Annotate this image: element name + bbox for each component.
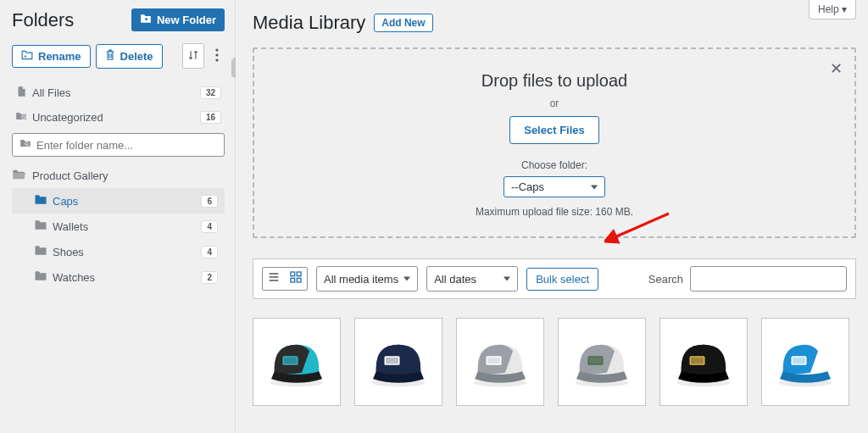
cap-image-icon [767,332,843,391]
svg-rect-20 [589,358,602,364]
folder-search[interactable] [12,133,225,157]
choose-folder-label: Choose folder: [263,159,846,171]
uncategorized-item[interactable]: Uncategorized 16 [12,105,225,130]
trash-icon [105,49,115,64]
svg-rect-17 [487,358,500,364]
svg-rect-5 [291,272,295,276]
svg-rect-14 [386,358,398,364]
dropzone-or: or [263,97,846,109]
plus-folder-icon [140,14,152,26]
new-folder-label: New Folder [157,14,216,26]
sidebar-title: Folders [12,9,74,31]
sidebar-item-watches[interactable]: Watches 2 [12,264,225,290]
max-upload-note: Maximum upload file size: 160 MB. [263,206,846,218]
sidebar-item-caps[interactable]: Caps 6 [12,188,225,214]
rename-button[interactable]: Rename [12,45,91,68]
media-type-value: All media items [324,273,398,286]
cap-image-icon [462,332,538,391]
sidebar-item-shoes[interactable]: Shoes 4 [12,239,225,264]
search-folder-icon [19,137,31,153]
media-thumb[interactable] [558,318,646,406]
media-thumb[interactable] [456,318,544,406]
bulk-select-button[interactable]: Bulk select [526,268,598,291]
folder-icon [34,245,53,258]
bulk-select-label: Bulk select [536,273,589,286]
delete-button[interactable]: Delete [96,44,163,69]
svg-point-2 [215,58,218,61]
sidebar-item-label: Shoes [53,246,201,258]
media-toolbar: All media items All dates Bulk select Se… [253,258,856,299]
all-files-count: 32 [200,86,221,99]
sort-button[interactable] [182,43,204,69]
ellipsis-vertical-icon [215,48,219,64]
folder-search-input[interactable] [36,139,217,152]
add-new-button[interactable]: Add New [374,14,432,32]
file-icon [15,86,32,100]
folder-open-icon [12,169,25,183]
uncategorized-label: Uncategorized [32,111,200,124]
ban-folder-icon [15,110,32,125]
more-button[interactable] [209,43,225,69]
svg-point-0 [215,48,218,51]
cap-image-icon [564,332,640,391]
media-thumb[interactable] [354,318,442,406]
svg-point-1 [215,53,218,56]
cap-image-icon [360,332,437,391]
grid-view-button[interactable] [285,268,307,290]
folder-group-label: Product Gallery [32,169,108,182]
date-filter[interactable]: All dates [426,266,518,291]
sidebar-item-wallets[interactable]: Wallets 4 [12,214,225,239]
svg-rect-8 [297,278,301,282]
choose-folder-select[interactable]: --Caps [504,176,605,197]
upload-dropzone[interactable]: ✕ Drop files to upload or Select Files C… [253,47,856,238]
folder-group-product-gallery[interactable]: Product Gallery [12,165,225,188]
select-files-label: Select Files [524,124,585,136]
annotation-arrow-icon [604,210,672,247]
help-label: Help ▾ [818,3,847,15]
sidebar-item-count: 4 [201,220,218,233]
media-thumb[interactable] [253,318,341,406]
main-content: Help ▾ Media Library Add New ✕ Drop file… [236,0,868,433]
sidebar-item-label: Caps [53,195,201,208]
folder-icon [34,270,53,284]
delete-label: Delete [120,50,153,63]
all-files-item[interactable]: All Files 32 [12,80,225,105]
svg-rect-26 [793,358,805,364]
view-toggle [262,267,308,291]
svg-rect-7 [291,278,295,282]
search-input[interactable] [690,266,847,291]
svg-rect-23 [691,358,704,364]
media-thumb[interactable] [761,318,849,406]
folders-sidebar: Folders New Folder Rename Delete [0,0,236,433]
sidebar-item-count: 2 [201,271,218,284]
svg-rect-6 [297,272,301,276]
list-icon [267,270,281,287]
close-icon[interactable]: ✕ [830,59,843,78]
select-files-button[interactable]: Select Files [509,116,599,144]
sidebar-item-count: 6 [201,195,218,208]
sidebar-item-label: Wallets [53,220,201,233]
search-label: Search [648,273,683,286]
dropzone-heading: Drop files to upload [263,71,846,91]
media-gallery [253,318,856,406]
list-view-button[interactable] [263,268,285,290]
media-thumb[interactable] [659,318,748,406]
page-title: Media Library [253,12,365,34]
cap-image-icon [665,332,742,391]
all-files-label: All Files [32,86,200,99]
sidebar-item-count: 4 [201,246,218,258]
cap-image-icon [259,332,335,391]
rename-label: Rename [38,50,81,63]
date-filter-value: All dates [434,273,476,286]
folder-icon [34,194,53,208]
sort-icon [187,49,199,64]
help-tab[interactable]: Help ▾ [809,0,856,19]
pencil-folder-icon [21,50,33,63]
media-type-filter[interactable]: All media items [316,266,418,291]
svg-rect-11 [284,358,297,364]
grid-icon [289,270,303,287]
add-new-label: Add New [381,17,425,29]
new-folder-button[interactable]: New Folder [131,8,225,31]
folder-icon [34,219,53,233]
choose-folder-value: --Caps [511,180,544,193]
